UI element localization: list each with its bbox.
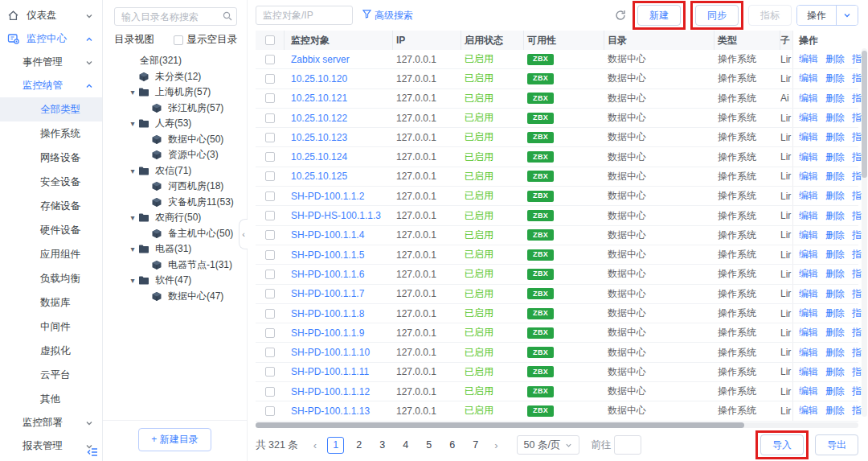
delete-link[interactable]: 删除 bbox=[825, 52, 845, 66]
monitor-object-link[interactable]: SH-PD-100.1.1.2 bbox=[291, 191, 364, 202]
delete-link[interactable]: 删除 bbox=[825, 287, 845, 301]
monitor-object-link[interactable]: SH-PD-100.1.1.7 bbox=[291, 288, 364, 299]
delete-link[interactable]: 删除 bbox=[825, 111, 845, 125]
delete-link[interactable]: 删除 bbox=[825, 228, 845, 242]
page-button[interactable]: 7 bbox=[467, 437, 484, 454]
edit-link[interactable]: 编辑 bbox=[799, 130, 818, 144]
edit-link[interactable]: 编辑 bbox=[799, 365, 818, 379]
delete-link[interactable]: 删除 bbox=[825, 170, 845, 183]
chevron-down-icon[interactable] bbox=[836, 6, 858, 25]
tree-node[interactable]: 全部(321) bbox=[103, 53, 247, 69]
tree-node[interactable]: 张江机房(57) bbox=[103, 101, 247, 117]
caret-down-icon[interactable]: ▾ bbox=[127, 88, 138, 97]
delete-link[interactable]: 删除 bbox=[825, 92, 845, 105]
edit-link[interactable]: 编辑 bbox=[799, 287, 818, 301]
row-checkbox[interactable] bbox=[265, 74, 275, 84]
monitor-object-link[interactable]: SH-PD-100.1.1.11 bbox=[291, 366, 369, 377]
sidebar-item[interactable]: 应用组件 bbox=[0, 242, 102, 266]
monitor-search-input[interactable] bbox=[256, 6, 353, 25]
delete-link[interactable]: 删除 bbox=[825, 72, 845, 85]
edit-link[interactable]: 编辑 bbox=[799, 307, 818, 320]
row-checkbox[interactable] bbox=[265, 270, 275, 279]
sidebar-item[interactable]: 数据库 bbox=[0, 290, 102, 315]
action-button[interactable]: 操作 bbox=[797, 6, 836, 25]
sidebar-item[interactable]: 监控中心 bbox=[0, 27, 102, 51]
show-empty-checkbox[interactable] bbox=[174, 35, 183, 45]
export-button[interactable]: 导出 bbox=[815, 434, 858, 455]
row-checkbox[interactable] bbox=[265, 367, 275, 377]
sidebar-item[interactable]: 云平台 bbox=[0, 363, 102, 387]
page-button[interactable]: 3 bbox=[374, 437, 391, 454]
metric-button[interactable]: 指标 bbox=[748, 5, 792, 26]
monitor-object-link[interactable]: Zabbix server bbox=[291, 54, 350, 65]
monitor-object-link[interactable]: SH-PD-100.1.1.6 bbox=[291, 269, 364, 280]
page-button[interactable]: 1 bbox=[327, 437, 344, 454]
caret-down-icon[interactable]: ▾ bbox=[127, 119, 138, 128]
page-size-select[interactable]: 50 条/页 bbox=[517, 435, 580, 455]
tree-node[interactable]: ▾农商行(50) bbox=[103, 210, 247, 226]
monitor-object-link[interactable]: SH-PD-HS-100.1.1.3 bbox=[291, 210, 381, 221]
tree-node[interactable]: ▾农信(71) bbox=[103, 163, 247, 179]
edit-link[interactable]: 编辑 bbox=[799, 72, 818, 85]
monitor-object-link[interactable]: 10.25.10.123 bbox=[291, 132, 347, 143]
row-checkbox[interactable] bbox=[265, 211, 275, 220]
monitor-object-link[interactable]: 10.25.10.124 bbox=[291, 151, 347, 163]
monitor-object-link[interactable]: SH-PD-100.1.1.8 bbox=[291, 308, 364, 319]
delete-link[interactable]: 删除 bbox=[825, 346, 845, 360]
tree-node[interactable]: 灾备机房11(53) bbox=[103, 195, 247, 211]
edit-link[interactable]: 编辑 bbox=[799, 150, 818, 164]
monitor-object-link[interactable]: SH-PD-100.1.1.13 bbox=[291, 405, 370, 417]
monitor-object-link[interactable]: SH-PD-100.1.1.12 bbox=[291, 386, 370, 397]
caret-down-icon[interactable]: ▾ bbox=[127, 213, 138, 222]
tree-node[interactable]: 电器节点-1(31) bbox=[103, 257, 247, 274]
sidebar-item[interactable]: 操作系统 bbox=[0, 121, 102, 146]
sidebar-item[interactable]: 仪表盘 bbox=[0, 4, 102, 27]
tree-node[interactable]: 河西机房(18) bbox=[103, 179, 247, 195]
tree-node[interactable]: 备主机中心(50) bbox=[103, 226, 247, 242]
row-checkbox[interactable] bbox=[265, 133, 275, 142]
delete-link[interactable]: 删除 bbox=[825, 326, 845, 340]
row-checkbox[interactable] bbox=[265, 191, 275, 201]
row-checkbox[interactable] bbox=[265, 289, 275, 298]
caret-down-icon[interactable]: ▾ bbox=[127, 167, 138, 175]
edit-link[interactable]: 编辑 bbox=[799, 248, 818, 261]
directory-search-input[interactable] bbox=[114, 7, 237, 26]
tree-node[interactable]: ▾软件(47) bbox=[103, 273, 247, 289]
sidebar-item[interactable]: 安全设备 bbox=[0, 170, 102, 194]
tree-node[interactable]: 未分类(12) bbox=[103, 69, 247, 85]
edit-link[interactable]: 编辑 bbox=[799, 170, 818, 183]
monitor-object-link[interactable]: SH-PD-100.1.1.10 bbox=[291, 347, 370, 358]
edit-link[interactable]: 编辑 bbox=[799, 111, 818, 125]
sidebar-item[interactable]: 存储设备 bbox=[0, 194, 102, 218]
delete-link[interactable]: 删除 bbox=[825, 209, 845, 223]
sidebar-item[interactable]: 其他 bbox=[0, 387, 102, 411]
monitor-object-link[interactable]: 10.25.10.125 bbox=[291, 171, 347, 182]
sync-button[interactable]: 同步 bbox=[695, 5, 739, 26]
monitor-object-link[interactable]: SH-PD-100.1.1.4 bbox=[291, 229, 364, 241]
row-checkbox[interactable] bbox=[265, 152, 275, 162]
row-checkbox[interactable] bbox=[265, 348, 275, 357]
import-button[interactable]: 导入 bbox=[760, 434, 804, 455]
delete-link[interactable]: 删除 bbox=[825, 130, 845, 144]
edit-link[interactable]: 编辑 bbox=[799, 404, 818, 418]
sidebar-item[interactable]: 监控纳管 bbox=[0, 74, 102, 97]
edit-link[interactable]: 编辑 bbox=[799, 346, 818, 360]
select-all-checkbox[interactable] bbox=[265, 35, 275, 45]
tree-node[interactable]: ▾人寿(53) bbox=[103, 116, 247, 132]
vertical-scrollbar-thumb[interactable] bbox=[862, 51, 867, 178]
delete-link[interactable]: 删除 bbox=[825, 307, 845, 320]
delete-link[interactable]: 删除 bbox=[825, 404, 845, 418]
delete-link[interactable]: 删除 bbox=[825, 248, 845, 261]
edit-link[interactable]: 编辑 bbox=[799, 52, 818, 66]
page-button[interactable]: 2 bbox=[350, 437, 367, 454]
edit-link[interactable]: 编辑 bbox=[799, 228, 818, 242]
row-checkbox[interactable] bbox=[265, 250, 275, 260]
new-button[interactable]: 新建 bbox=[637, 5, 681, 26]
sidebar-item[interactable]: 虚拟化 bbox=[0, 339, 102, 363]
delete-link[interactable]: 删除 bbox=[825, 189, 845, 203]
goto-page-input[interactable] bbox=[614, 435, 641, 455]
monitor-object-link[interactable]: 10.25.10.122 bbox=[291, 113, 347, 124]
row-checkbox[interactable] bbox=[265, 113, 275, 123]
caret-down-icon[interactable]: ▾ bbox=[127, 245, 138, 253]
delete-link[interactable]: 删除 bbox=[825, 365, 845, 379]
